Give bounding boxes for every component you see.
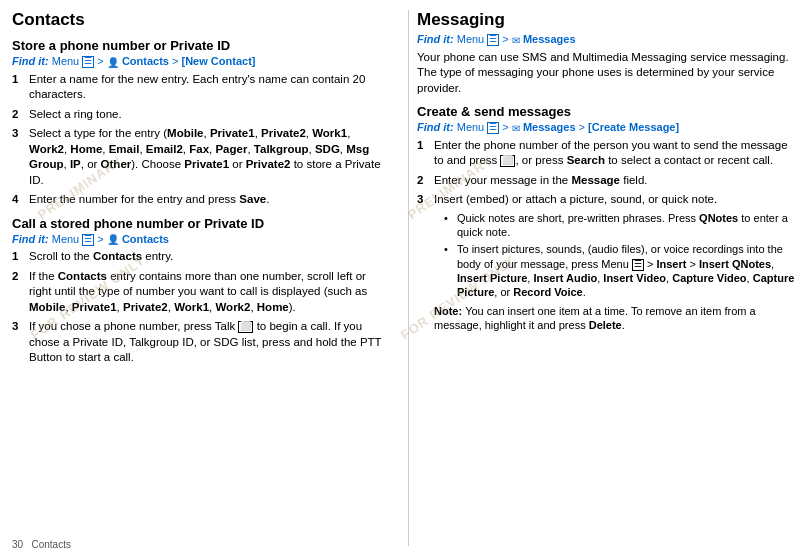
note-label: Note:: [434, 305, 465, 317]
store-phone-subsection-title: Store a phone number or Private ID: [12, 38, 384, 53]
bullet-content-2: To insert pictures, sounds, (audio files…: [457, 242, 800, 299]
menu-icon-1: ☰: [82, 56, 94, 68]
messaging-intro: Your phone can use SMS and Multimedia Me…: [417, 50, 800, 97]
page-footer: 30 Contacts: [12, 539, 71, 550]
call-step-num-3: 3: [12, 319, 26, 335]
footer-section: Contacts: [31, 539, 70, 550]
messaging-find-it: Find it: Menu ☰ > ✉ Messages: [417, 32, 800, 47]
menu-icon-2: ☰: [82, 234, 94, 246]
call-step-num-1: 1: [12, 249, 26, 265]
msg-step-2: 2 Enter your message in the Message fiel…: [417, 173, 800, 189]
messaging-section-title: Messaging: [417, 10, 800, 30]
contacts-link-2: Contacts: [122, 233, 169, 245]
right-column: Messaging Find it: Menu ☰ > ✉ Messages Y…: [408, 10, 800, 546]
msg-step-3: 3 Insert (embed) or attach a picture, so…: [417, 192, 800, 332]
find-it-label-4: Find it:: [417, 121, 457, 133]
step-num-2: 2: [12, 107, 26, 123]
menu-icon-4: ☰: [487, 122, 499, 134]
step-content-3: Select a type for the entry (Mobile, Pri…: [29, 126, 384, 188]
step-content-4: Enter the number for the entry and press…: [29, 192, 384, 208]
bullet-item-1: • Quick notes are short, pre-written phr…: [444, 211, 800, 240]
store-phone-steps: 1 Enter a name for the new entry. Each e…: [12, 72, 384, 208]
step-content-1: Enter a name for the new entry. Each ent…: [29, 72, 384, 103]
create-send-subsection-title: Create & send messages: [417, 104, 800, 119]
bullet-dot-2: •: [444, 242, 454, 256]
create-send-find-it: Find it: Menu ☰ > ✉ Messages > [Create M…: [417, 120, 800, 135]
contacts-section-title: Contacts: [12, 10, 384, 30]
contacts-link-1: Contacts: [122, 55, 169, 67]
contacts-icon-2: 👤: [107, 233, 119, 246]
msg-step-content-3: Insert (embed) or attach a picture, soun…: [434, 193, 717, 205]
call-step-content-1: Scroll to the Contacts entry.: [29, 249, 384, 265]
bullet-dot-1: •: [444, 211, 454, 225]
store-step-3: 3 Select a type for the entry (Mobile, P…: [12, 126, 384, 188]
store-step-4: 4 Enter the number for the entry and pre…: [12, 192, 384, 208]
messages-icon-1: ✉: [512, 34, 520, 47]
page-number: 30: [12, 539, 23, 550]
find-it-label-2: Find it:: [12, 233, 52, 245]
msg-step-num-3: 3: [417, 192, 431, 208]
menu-icon-3: ☰: [487, 34, 499, 46]
create-send-steps: 1 Enter the phone number of the person y…: [417, 138, 800, 332]
call-step-2: 2 If the Contacts entry contains more th…: [12, 269, 384, 316]
step-num-4: 4: [12, 192, 26, 208]
contacts-icon-1: 👤: [107, 56, 119, 69]
messages-icon-2: ✉: [512, 122, 520, 135]
msg-step-content-1: Enter the phone number of the person you…: [434, 138, 800, 169]
call-stored-path: Menu ☰ > 👤 Contacts: [52, 233, 169, 245]
call-stored-steps: 1 Scroll to the Contacts entry. 2 If the…: [12, 249, 384, 366]
find-it-label-3: Find it:: [417, 33, 457, 45]
new-contact-link: [New Contact]: [182, 55, 256, 67]
create-message-link: [Create Message]: [588, 121, 679, 133]
talk-icon: ⬜: [238, 321, 253, 333]
store-phone-path: Menu ☰ > 👤 Contacts > [New Contact]: [52, 55, 256, 67]
call-step-content-2: If the Contacts entry contains more than…: [29, 269, 384, 316]
store-step-1: 1 Enter a name for the new entry. Each e…: [12, 72, 384, 103]
msg-step-num-2: 2: [417, 173, 431, 189]
find-it-label-1: Find it:: [12, 55, 52, 67]
menu-icon-5: ☰: [632, 259, 644, 271]
msg-step-content-2: Enter your message in the Message field.: [434, 173, 800, 189]
create-send-path: Menu ☰ > ✉ Messages > [Create Message]: [457, 121, 679, 133]
call-step-content-3: If you chose a phone number, press Talk …: [29, 319, 384, 366]
call-stored-subsection-title: Call a stored phone number or Private ID: [12, 216, 384, 231]
store-step-2: 2 Select a ring tone.: [12, 107, 384, 123]
msg-bullet-list: • Quick notes are short, pre-written phr…: [444, 211, 800, 300]
store-phone-find-it: Find it: Menu ☰ > 👤 Contacts > [New Cont…: [12, 54, 384, 69]
call-step-1: 1 Scroll to the Contacts entry.: [12, 249, 384, 265]
note-content: You can insert one item at a time. To re…: [434, 305, 756, 331]
call-step-num-2: 2: [12, 269, 26, 285]
bullet-item-2: • To insert pictures, sounds, (audio fil…: [444, 242, 800, 299]
msg-step-1: 1 Enter the phone number of the person y…: [417, 138, 800, 169]
note-line: Note: You can insert one item at a time.…: [434, 304, 800, 333]
call-step-3: 3 If you chose a phone number, press Tal…: [12, 319, 384, 366]
step-num-1: 1: [12, 72, 26, 88]
step-num-3: 3: [12, 126, 26, 142]
messages-link-2: Messages: [523, 121, 576, 133]
call-stored-find-it: Find it: Menu ☰ > 👤 Contacts: [12, 232, 384, 247]
send-icon: ⬜: [500, 155, 515, 167]
step-content-2: Select a ring tone.: [29, 107, 384, 123]
left-column: Contacts Store a phone number or Private…: [12, 10, 392, 546]
messaging-path: Menu ☰ > ✉ Messages: [457, 33, 576, 45]
messages-link-1: Messages: [523, 33, 576, 45]
msg-step-num-1: 1: [417, 138, 431, 154]
bullet-content-1: Quick notes are short, pre-written phras…: [457, 211, 800, 240]
